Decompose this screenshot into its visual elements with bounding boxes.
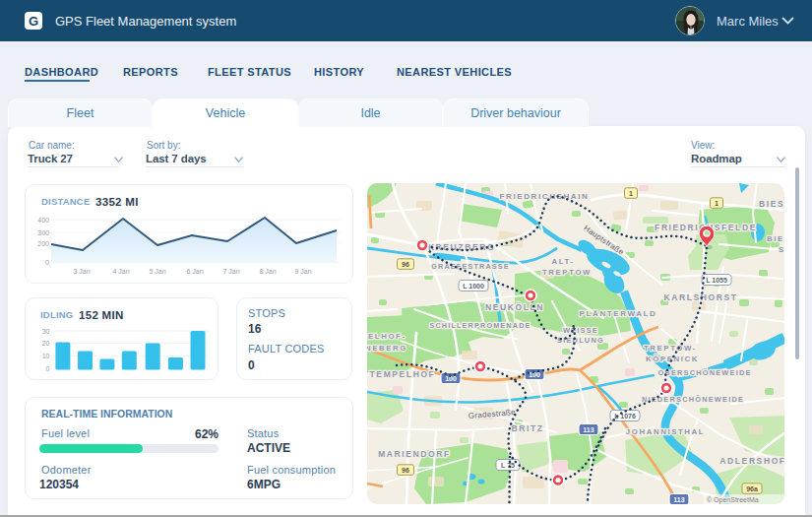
svg-text:1: 1 xyxy=(629,190,633,197)
svg-text:113: 113 xyxy=(673,496,684,503)
svg-text:3 Jan: 3 Jan xyxy=(73,268,90,275)
svg-text:BRITZ: BRITZ xyxy=(511,423,543,433)
svg-text:113: 113 xyxy=(583,426,593,433)
svg-text:TREPTOW: TREPTOW xyxy=(542,268,592,277)
svg-text:SIEDLUNG: SIEDLUNG xyxy=(557,336,604,345)
svg-text:20: 20 xyxy=(42,340,50,347)
svg-text:GRAEFESTRASSE: GRAEFESTRASSE xyxy=(431,262,510,271)
svg-text:L 1000: L 1000 xyxy=(463,283,484,290)
svg-text:ADLERSHOF: ADLERSHOF xyxy=(719,456,784,466)
svg-text:SCHÖNEBERG: SCHÖNEBERG xyxy=(367,344,407,353)
svg-text:200: 200 xyxy=(37,240,49,247)
svg-text:SÜD: SÜD xyxy=(779,245,784,254)
svg-text:WEISSE: WEISSE xyxy=(563,326,598,335)
svg-text:L 75: L 75 xyxy=(501,462,515,469)
svg-text:10: 10 xyxy=(42,353,50,359)
svg-text:L 1055: L 1055 xyxy=(706,277,727,284)
svg-text:SCHILLERPROMENADE: SCHILLERPROMENADE xyxy=(429,321,531,330)
svg-text:30: 30 xyxy=(42,328,50,335)
svg-text:KARLSHORST: KARLSHORST xyxy=(663,292,737,302)
svg-text:4 Jan: 4 Jan xyxy=(112,268,129,275)
svg-text:FRIEDRICHSHAIN: FRIEDRICHSHAIN xyxy=(500,192,590,201)
svg-text:KÖPENICK: KÖPENICK xyxy=(646,355,699,363)
svg-text:9 Jan: 9 Jan xyxy=(294,268,311,275)
svg-text:1: 1 xyxy=(715,200,718,207)
svg-text:96a: 96a xyxy=(746,485,758,492)
svg-text:BIESDORF: BIESDORF xyxy=(759,199,784,209)
svg-text:300: 300 xyxy=(37,229,49,236)
svg-text:TREPTOW-: TREPTOW- xyxy=(644,344,697,353)
svg-text:ALT-: ALT- xyxy=(551,257,574,266)
svg-text:5 Jan: 5 Jan xyxy=(149,268,165,275)
svg-text:0: 0 xyxy=(46,365,50,372)
svg-text:PLÄNTERWALD: PLÄNTERWALD xyxy=(580,309,657,318)
svg-text:OBERSCHÖNEWEIDE: OBERSCHÖNEWEIDE xyxy=(657,368,751,377)
svg-text:7 Jan: 7 Jan xyxy=(222,268,239,275)
svg-text:MARIENDORF: MARIENDORF xyxy=(378,449,451,459)
svg-text:© OpenStreetMa: © OpenStreetMa xyxy=(707,496,759,504)
svg-text:6 Jan: 6 Jan xyxy=(186,268,203,275)
svg-text:0: 0 xyxy=(45,259,49,266)
svg-text:BIESD: BIESD xyxy=(767,234,784,243)
svg-text:NIEDERSCHÖNEWEIDE: NIEDERSCHÖNEWEIDE xyxy=(642,395,744,404)
svg-text:400: 400 xyxy=(37,217,49,224)
svg-text:TEMPELHOF: TEMPELHOF xyxy=(370,369,436,379)
svg-text:JOHANNISTHAL: JOHANNISTHAL xyxy=(626,427,705,436)
svg-text:TEMPELHOF-: TEMPELHOF- xyxy=(367,332,406,341)
svg-text:8 Jan: 8 Jan xyxy=(259,268,276,275)
svg-text:96: 96 xyxy=(402,467,409,474)
svg-text:96: 96 xyxy=(402,261,409,268)
